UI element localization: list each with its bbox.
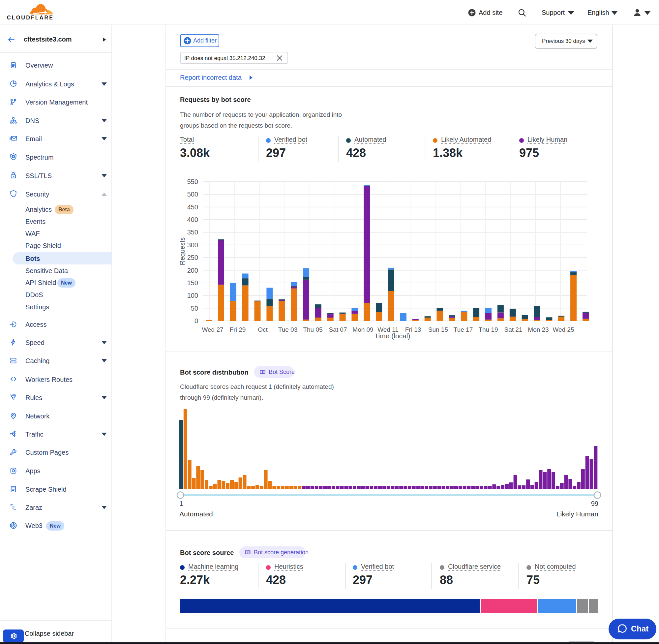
svg-text:Fri 29: Fri 29 xyxy=(230,326,246,333)
svg-text:300: 300 xyxy=(187,242,198,249)
svg-text:Oct: Oct xyxy=(258,326,268,333)
svg-text:1: 1 xyxy=(179,500,183,507)
svg-text:100: 100 xyxy=(187,292,198,299)
svg-text:Sun 15: Sun 15 xyxy=(428,326,448,333)
svg-text:50: 50 xyxy=(191,305,198,312)
svg-text:0: 0 xyxy=(194,317,198,324)
svg-text:Mon 23: Mon 23 xyxy=(528,326,548,333)
svg-text:500: 500 xyxy=(187,190,198,198)
svg-text:Wed 25: Wed 25 xyxy=(552,326,574,333)
svg-text:150: 150 xyxy=(187,279,198,286)
svg-text:99: 99 xyxy=(591,500,598,507)
svg-text:Thu 05: Thu 05 xyxy=(303,326,323,333)
svg-text:350: 350 xyxy=(187,229,198,236)
svg-text:Automated: Automated xyxy=(179,510,213,518)
svg-text:550: 550 xyxy=(187,178,198,185)
svg-text:Sat 21: Sat 21 xyxy=(504,326,522,333)
svg-text:Thu 19: Thu 19 xyxy=(478,326,498,333)
svg-text:Sat 07: Sat 07 xyxy=(329,326,347,333)
svg-text:Requests: Requests xyxy=(179,237,186,266)
svg-text:Tue 17: Tue 17 xyxy=(454,326,473,333)
svg-text:Likely Human: Likely Human xyxy=(557,510,598,518)
svg-text:400: 400 xyxy=(187,216,198,223)
svg-text:250: 250 xyxy=(187,254,198,261)
svg-text:Mon 09: Mon 09 xyxy=(352,326,373,333)
svg-text:Time (local): Time (local) xyxy=(375,332,410,340)
svg-text:200: 200 xyxy=(187,267,198,274)
svg-text:Wed 27: Wed 27 xyxy=(202,326,223,333)
svg-text:450: 450 xyxy=(187,204,198,211)
svg-text:Tue 03: Tue 03 xyxy=(278,326,297,333)
